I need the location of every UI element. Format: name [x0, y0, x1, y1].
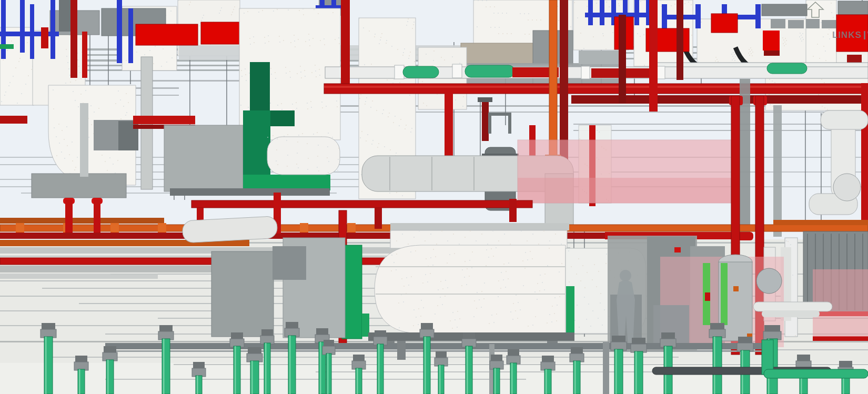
rooftop-unit[interactable] — [806, 19, 820, 28]
green-pipe-riser[interactable] — [544, 369, 551, 394]
pipe-flange[interactable] — [158, 223, 166, 233]
pipe-coupling[interactable] — [452, 64, 462, 78]
red-duct[interactable] — [41, 27, 48, 48]
green-pipe-riser[interactable] — [234, 346, 240, 394]
pipe-flange[interactable] — [833, 174, 861, 201]
green-pipe-riser[interactable] — [377, 344, 383, 394]
valve-handle[interactable] — [478, 97, 492, 102]
red-pipe-riser[interactable] — [482, 102, 489, 141]
pipe-coupling[interactable] — [395, 65, 404, 79]
green-pipe-horizontal[interactable] — [764, 369, 868, 378]
red-pipe-riser[interactable] — [94, 200, 100, 233]
duct-bar[interactable] — [762, 4, 807, 16]
pipe-flange[interactable] — [16, 223, 24, 233]
rooftop-unit[interactable] — [822, 20, 837, 28]
green-pipe-riser[interactable] — [438, 365, 444, 394]
roof-slab[interactable] — [390, 223, 569, 230]
pipe-flange[interactable] — [300, 223, 308, 233]
hanger-frame[interactable] — [488, 113, 511, 116]
green-pipe-riser[interactable] — [493, 368, 500, 394]
concrete-beam[interactable] — [461, 43, 534, 64]
red-pipe-riser[interactable] — [70, 0, 77, 78]
green-pipe-riser[interactable] — [356, 368, 362, 394]
white-pipe-elbow[interactable] — [821, 110, 868, 129]
blue-pipe[interactable] — [0, 32, 59, 36]
red-pipe-riser[interactable] — [82, 32, 87, 78]
green-pipe-segment[interactable] — [767, 63, 807, 74]
air-handler-base[interactable] — [170, 188, 330, 196]
green-pipe-riser[interactable] — [78, 369, 85, 394]
red-duct[interactable] — [136, 24, 198, 45]
duct-bar[interactable] — [838, 1, 868, 15]
red-pipe[interactable] — [813, 336, 868, 341]
orange-pipe[interactable] — [773, 220, 868, 225]
gray-pipe-riser[interactable] — [773, 105, 782, 237]
red-pipe[interactable] — [0, 116, 27, 124]
pipe-flange[interactable] — [347, 223, 356, 233]
round-duct[interactable] — [182, 216, 278, 243]
red-pipe-riser[interactable] — [341, 0, 350, 88]
rooftop-unit[interactable] — [788, 20, 804, 28]
dark-red-pipe-riser[interactable] — [619, 15, 626, 103]
gray-pipe[interactable] — [0, 266, 227, 272]
model-canvas[interactable] — [0, 0, 868, 394]
dark-red-pipe-main[interactable] — [571, 95, 868, 104]
hanger-frame[interactable] — [488, 113, 491, 134]
dark-red-pipe-riser[interactable] — [677, 0, 683, 80]
support-post[interactable] — [397, 341, 406, 360]
green-pipe-riser[interactable] — [423, 337, 430, 394]
green-pipe-segment[interactable] — [465, 65, 514, 77]
3d-model-viewport[interactable]: LINKS W — [0, 0, 868, 394]
green-pipe-segment[interactable] — [403, 66, 439, 78]
blue-pipe[interactable] — [1, 0, 6, 59]
duct-curve[interactable] — [267, 137, 340, 175]
equipment-box[interactable] — [272, 246, 306, 280]
equipment-base[interactable] — [32, 174, 126, 198]
gray-pipe-riser[interactable] — [80, 103, 88, 177]
lime-panel[interactable] — [721, 263, 728, 325]
support-post[interactable] — [603, 342, 609, 394]
blue-pipe[interactable] — [20, 0, 25, 53]
green-pipe-riser[interactable] — [326, 353, 331, 394]
insulated-tank-body[interactable] — [375, 245, 566, 334]
rooftop-unit[interactable] — [771, 19, 785, 28]
orange-actuator[interactable] — [733, 286, 739, 291]
green-pipe-riser[interactable] — [196, 376, 202, 394]
hanger-frame[interactable] — [508, 113, 511, 134]
blue-pipe[interactable] — [128, 8, 133, 63]
red-pipe-riser[interactable] — [509, 199, 517, 222]
red-pipe-riser[interactable] — [375, 208, 382, 229]
pump-sphere[interactable] — [756, 268, 782, 294]
air-handler-green-panel[interactable] — [243, 175, 330, 190]
green-panel[interactable] — [566, 286, 574, 335]
red-duct[interactable] — [764, 50, 780, 56]
green-pipe-riser[interactable] — [510, 363, 517, 394]
equipment-box[interactable] — [211, 251, 274, 337]
red-valve[interactable] — [674, 247, 681, 252]
pipe-flange[interactable] — [110, 223, 119, 233]
air-handler-green-panel[interactable] — [270, 110, 295, 126]
red-duct[interactable] — [763, 31, 780, 50]
red-pipe-riser[interactable] — [445, 88, 453, 158]
human-figure-head[interactable] — [620, 270, 631, 281]
red-pipe[interactable] — [191, 200, 532, 208]
orange-pipe[interactable] — [0, 218, 164, 224]
green-pipe-riser[interactable] — [573, 361, 580, 394]
white-pipe[interactable] — [753, 302, 832, 311]
red-valve[interactable] — [705, 292, 710, 301]
green-panel[interactable] — [362, 314, 369, 337]
pipe-coupling[interactable] — [581, 66, 590, 79]
green-pipe-riser[interactable] — [264, 343, 270, 394]
pipe-coupling[interactable] — [657, 66, 665, 79]
red-pipe-riser[interactable] — [649, 0, 658, 112]
red-duct[interactable] — [711, 14, 738, 33]
red-pipe-riser[interactable] — [65, 200, 73, 233]
red-pipe[interactable] — [133, 116, 195, 124]
green-pipe-stub[interactable] — [0, 44, 14, 49]
red-pipe-main[interactable] — [324, 84, 868, 94]
home-view-button[interactable] — [805, 1, 826, 20]
green-pipe-riser[interactable] — [466, 346, 472, 394]
orange-pipe-riser[interactable] — [549, 0, 557, 157]
blue-pipe[interactable] — [117, 0, 122, 63]
air-handler-body[interactable] — [164, 125, 243, 191]
